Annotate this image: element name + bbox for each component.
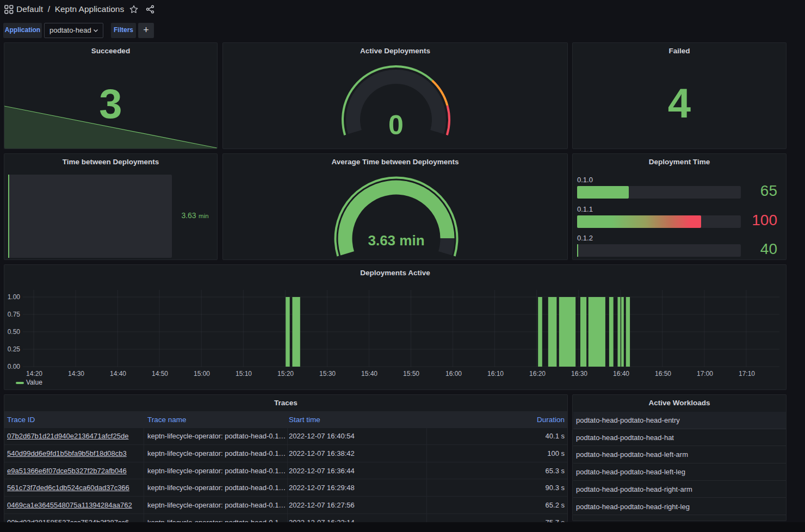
svg-text:3.63 min: 3.63 min (368, 232, 424, 249)
svg-text:0: 0 (388, 110, 404, 140)
